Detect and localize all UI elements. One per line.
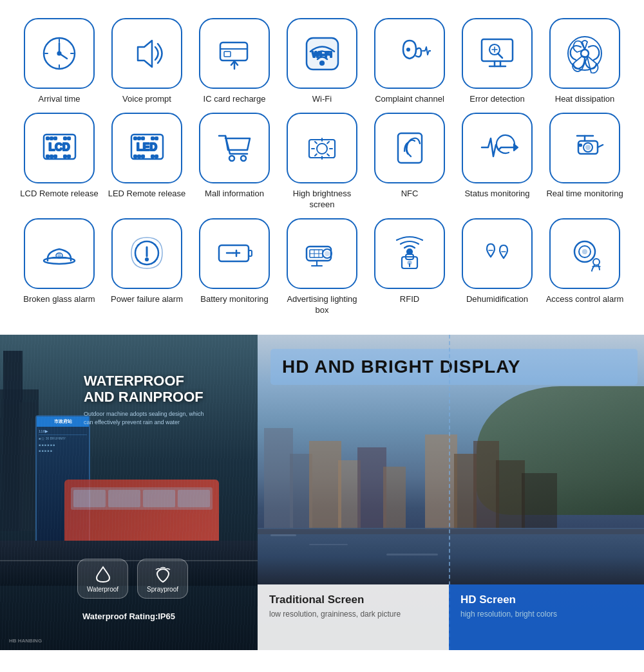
icon-box-arrival-time — [24, 18, 95, 89]
icon-cell-voice-prompt: Voice prompt — [107, 18, 187, 105]
icon-box-error-detection — [462, 18, 533, 89]
face-wave-icon — [389, 33, 431, 75]
svg-point-16 — [407, 48, 410, 51]
icon-cell-complaint: Complaint channel — [370, 18, 450, 105]
bus-body: P372 — [64, 480, 219, 550]
svg-point-78 — [146, 258, 148, 261]
building-3 — [19, 402, 35, 531]
svg-rect-47 — [142, 155, 144, 158]
drops-icon — [477, 232, 518, 274]
hd-panel: HD AND BRIGHT DISPLAY Traditional Screen… — [258, 335, 644, 650]
monitor-search-icon — [477, 33, 518, 75]
label-mall: Mall information — [205, 189, 264, 200]
label-advertising: Advertising lighting box — [282, 294, 362, 316]
water-reflection-1 — [270, 534, 296, 536]
svg-rect-48 — [151, 155, 154, 158]
svg-rect-43 — [151, 137, 154, 140]
icon-cell-power: Power failure alarm — [107, 218, 187, 316]
water-reflection-3 — [386, 554, 438, 555]
svg-rect-33 — [46, 155, 49, 158]
label-complaint: Complaint channel — [375, 94, 444, 105]
label-arrival-time: Arrival time — [38, 94, 80, 105]
waterproof-description: Outdoor machine adopts sealing design, w… — [84, 410, 213, 427]
icon-cell-led: LED LED Remote release — [107, 113, 187, 210]
access-icon — [564, 232, 606, 274]
clock-icon — [39, 33, 80, 75]
svg-rect-45 — [134, 155, 137, 158]
svg-point-86 — [325, 252, 329, 256]
traditional-screen-bar: Traditional Screen low resolution, grain… — [258, 584, 449, 650]
icon-cell-glass: Broken glass alarm — [19, 218, 99, 316]
hd-title: HD AND BRIGHT DISPLAY — [282, 357, 626, 377]
icon-cell-nfc: NFC — [370, 113, 450, 210]
svg-rect-12 — [224, 51, 231, 57]
waterproof-title: WATERPROOF AND RAINPROOF — [84, 373, 213, 404]
waterproof-badges: Waterproof Sprayproof — [77, 559, 188, 599]
sun-screen-icon — [301, 127, 343, 169]
icon-grid: Arrival time Voice prompt — [0, 0, 644, 328]
icon-cell-lcd: LCD LCD Remote release — [19, 113, 99, 210]
icon-box-ic-card — [199, 18, 270, 89]
icon-box-dehumid — [462, 218, 533, 289]
icon-cell-rfid: RFID — [370, 218, 450, 316]
svg-rect-63 — [398, 133, 422, 163]
water — [258, 528, 644, 586]
bldg-hd-4 — [496, 460, 525, 531]
led-icon: LED — [126, 127, 168, 169]
icon-box-complaint — [374, 18, 445, 89]
icon-cell-battery: Battery monitoring — [194, 218, 274, 316]
svg-rect-37 — [68, 155, 70, 158]
label-realtime: Real time monitoring — [546, 189, 623, 200]
svg-rect-28 — [46, 137, 49, 140]
svg-rect-46 — [138, 155, 140, 158]
svg-point-93 — [407, 249, 412, 254]
icon-box-rfid — [374, 218, 445, 289]
power-alert-icon — [126, 232, 168, 274]
svg-line-61 — [315, 154, 317, 156]
svg-point-51 — [229, 156, 234, 161]
icon-cell-wifi: Wi-Fi Wi-Fi — [282, 18, 362, 105]
lcd-icon: LCD — [39, 127, 80, 169]
camera-icon — [564, 127, 606, 169]
svg-rect-41 — [138, 137, 140, 140]
svg-rect-17 — [482, 39, 513, 61]
icon-cell-access: Access control alarm — [545, 218, 625, 316]
traditional-title: Traditional Screen — [269, 593, 437, 606]
icon-box-wifi: Wi-Fi — [287, 18, 357, 89]
waterproof-rating: Waterproof Rating:IP65 — [0, 611, 258, 621]
svg-line-60 — [327, 142, 329, 144]
svg-marker-64 — [514, 144, 518, 151]
hat-icon — [39, 232, 80, 274]
icon-cell-realtime: Real time monitoring — [545, 113, 625, 210]
label-brightness: High brightness screen — [282, 189, 362, 210]
label-access: Access control alarm — [546, 294, 624, 305]
badge-waterproof-label: Waterproof — [87, 586, 118, 593]
icon-box-battery — [199, 218, 270, 289]
label-nfc: NFC — [401, 189, 419, 200]
icon-box-access — [549, 218, 620, 289]
svg-point-67 — [586, 145, 590, 149]
label-lcd: LCD Remote release — [20, 189, 98, 200]
bldg-hd-1 — [425, 434, 457, 531]
hd-screen-title: HD Screen — [460, 593, 632, 606]
battery-icon — [214, 232, 256, 274]
svg-rect-34 — [50, 155, 53, 158]
bldg-trad-3 — [309, 441, 341, 531]
bridge — [258, 529, 644, 534]
icon-box-status — [462, 113, 533, 183]
svg-text:LCD: LCD — [48, 142, 70, 153]
sprayproof-icon — [153, 565, 173, 584]
svg-line-62 — [327, 154, 329, 156]
svg-rect-29 — [50, 137, 53, 140]
svg-line-22 — [498, 53, 502, 58]
label-glass: Broken glass alarm — [23, 294, 95, 305]
icon-box-heat — [549, 18, 620, 89]
svg-rect-32 — [68, 137, 70, 140]
icon-box-realtime — [549, 113, 620, 183]
icon-box-glass — [24, 218, 95, 289]
label-voice-prompt: Voice prompt — [122, 94, 171, 105]
label-power: Power failure alarm — [111, 294, 183, 305]
svg-point-52 — [241, 156, 246, 161]
sprayproof-badge: Sprayproof — [137, 559, 188, 599]
icon-box-voice-prompt — [111, 18, 182, 89]
